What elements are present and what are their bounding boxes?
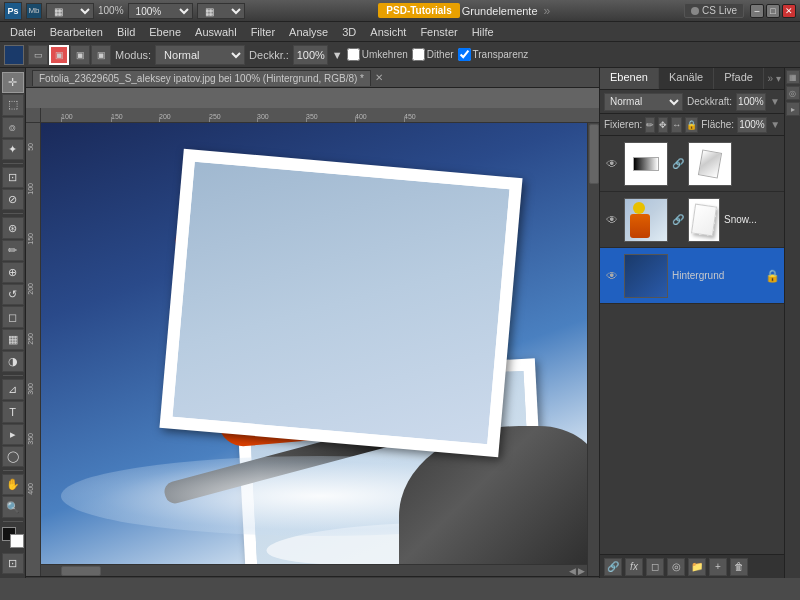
tab-pfade[interactable]: Pfade	[714, 68, 764, 89]
transparenz-check[interactable]: Transparenz	[458, 48, 529, 61]
mode-btn-2[interactable]: ▣	[49, 45, 69, 65]
new-btn[interactable]: +	[709, 558, 727, 576]
group-btn[interactable]: 📁	[688, 558, 706, 576]
panel-collapse-icon[interactable]: ▾	[776, 73, 781, 84]
tool-zoom[interactable]: 🔍	[2, 496, 24, 517]
dither-check[interactable]: Dither	[412, 48, 454, 61]
layer-item-snow[interactable]: 👁 🔗 Snow...	[600, 192, 784, 248]
tool-pen[interactable]: ⊿	[2, 379, 24, 400]
mode-btn-3[interactable]: ▣	[70, 45, 90, 65]
modus-dropdown[interactable]: Normal	[155, 45, 245, 65]
tab-ebenen[interactable]: Ebenen	[600, 68, 659, 89]
fx-btn[interactable]: fx	[625, 558, 643, 576]
tool-path-select[interactable]: ▸	[2, 424, 24, 445]
fix-btn-1[interactable]: ✏	[645, 117, 655, 133]
tool-eyedropper[interactable]: ⊘	[2, 189, 24, 210]
menu-ebene[interactable]: Ebene	[143, 24, 187, 40]
tool-separator-5	[3, 521, 23, 522]
layer-blend-dropdown[interactable]: Normal	[604, 93, 683, 111]
scroll-thumb-v[interactable]	[589, 124, 599, 184]
menu-bild[interactable]: Bild	[111, 24, 141, 40]
minimize-button[interactable]: –	[750, 4, 764, 18]
close-button[interactable]: ✕	[782, 4, 796, 18]
fill-arrow[interactable]: ▼	[770, 119, 780, 130]
maximize-button[interactable]: □	[766, 4, 780, 18]
layer-item-top[interactable]: 👁 🔗	[600, 136, 784, 192]
tool-brush[interactable]: ✏	[2, 240, 24, 261]
fix-btn-3[interactable]: ↔	[671, 117, 682, 133]
menu-datei[interactable]: Datei	[4, 24, 42, 40]
menu-auswahl[interactable]: Auswahl	[189, 24, 243, 40]
cs-live-btn[interactable]: CS Live	[684, 3, 744, 18]
layer-eye-1[interactable]: 👁	[604, 156, 620, 172]
tool-hand[interactable]: ✋	[2, 474, 24, 495]
menu-fenster[interactable]: Fenster	[414, 24, 463, 40]
psd-tutorials-tab[interactable]: PSD-Tutorials	[378, 3, 459, 18]
document-tab[interactable]: Fotolia_23629605_S_aleksey ipatov.jpg be…	[32, 70, 371, 86]
fix-btn-4[interactable]: 🔒	[685, 117, 698, 133]
dither-label: Dither	[427, 49, 454, 60]
umkehren-check[interactable]: Umkehren	[347, 48, 408, 61]
tool-dodge[interactable]: ◑	[2, 351, 24, 372]
scrollbar-vertical[interactable]	[587, 123, 599, 576]
tool-rect-select[interactable]: ⬚	[2, 94, 24, 115]
zoom-dropdown[interactable]: 100%	[128, 3, 193, 19]
tool-separator-4	[3, 470, 23, 471]
side-icon-2[interactable]: ◎	[786, 86, 800, 100]
panel-options-icon[interactable]: »	[767, 73, 773, 84]
tool-text[interactable]: T	[2, 401, 24, 422]
tick	[257, 117, 258, 122]
menu-bearbeiten[interactable]: Bearbeiten	[44, 24, 109, 40]
mode-btn-4[interactable]: ▣	[91, 45, 111, 65]
menu-3d[interactable]: 3D	[336, 24, 362, 40]
main-area: ✛ ⬚ ⌾ ✦ ⊡ ⊘ ⊛ ✏ ⊕ ↺ ◻ ▦ ◑ ⊿ T ▸ ◯ ✋ 🔍 ⊡ …	[0, 68, 800, 578]
ruler-corner	[26, 108, 41, 123]
layer-eye-2[interactable]: 👁	[604, 212, 620, 228]
tool-spot-heal[interactable]: ⊛	[2, 217, 24, 238]
tool-crop[interactable]: ⊡	[2, 167, 24, 188]
mask-btn[interactable]: ◻	[646, 558, 664, 576]
layer-item-hintergrund[interactable]: 👁 Hintergrund 🔒	[600, 248, 784, 304]
deckkraft-input[interactable]	[293, 45, 328, 65]
overflow-icon[interactable]: »	[544, 4, 551, 18]
tick	[404, 117, 405, 122]
layout-dropdown[interactable]: ▦	[197, 3, 245, 19]
layer-eye-3[interactable]: 👁	[604, 268, 620, 284]
mb-logo-icon: Mb	[26, 3, 42, 19]
link-btn[interactable]: 🔗	[604, 558, 622, 576]
tab-kanaele[interactable]: Kanäle	[659, 68, 714, 89]
tool-lasso[interactable]: ⌾	[2, 117, 24, 138]
foreground-swatch[interactable]	[4, 45, 24, 65]
menu-analyse[interactable]: Analyse	[283, 24, 334, 40]
adj-btn[interactable]: ◎	[667, 558, 685, 576]
menu-filter[interactable]: Filter	[245, 24, 281, 40]
image-canvas[interactable]	[41, 123, 599, 576]
fg-bg-colors[interactable]	[2, 527, 24, 548]
tool-shape[interactable]: ◯	[2, 446, 24, 467]
tool-gradient[interactable]: ▦	[2, 329, 24, 350]
tool-history[interactable]: ↺	[2, 284, 24, 305]
opacity-input[interactable]	[736, 93, 766, 111]
background-color[interactable]	[10, 534, 24, 548]
deckkraft-arrow[interactable]: ▼	[332, 49, 343, 61]
scroll-left-btn[interactable]: ◀	[569, 566, 576, 576]
side-icon-1[interactable]: ▦	[786, 70, 800, 84]
tool-eraser[interactable]: ◻	[2, 306, 24, 327]
tool-clone[interactable]: ⊕	[2, 262, 24, 283]
fix-btn-2[interactable]: ✥	[658, 117, 668, 133]
menu-ansicht[interactable]: Ansicht	[364, 24, 412, 40]
tool-magic-wand[interactable]: ✦	[2, 139, 24, 160]
mode-btn-1[interactable]: ▭	[28, 45, 48, 65]
arrangement-dropdown[interactable]: ▦	[46, 3, 94, 19]
delete-btn[interactable]: 🗑	[730, 558, 748, 576]
menu-hilfe[interactable]: Hilfe	[466, 24, 500, 40]
opacity-arrow[interactable]: ▼	[770, 96, 780, 107]
scroll-right-btn[interactable]: ▶	[578, 566, 585, 576]
scrollbar-horizontal[interactable]: ◀ ▶	[41, 564, 587, 576]
tool-move[interactable]: ✛	[2, 72, 24, 93]
scroll-thumb-h[interactable]	[61, 566, 101, 576]
document-tab-close[interactable]: ✕	[375, 72, 383, 83]
tool-quick-mask[interactable]: ⊡	[2, 553, 24, 574]
side-icon-3[interactable]: ▸	[786, 102, 800, 116]
fill-input[interactable]	[737, 117, 767, 133]
